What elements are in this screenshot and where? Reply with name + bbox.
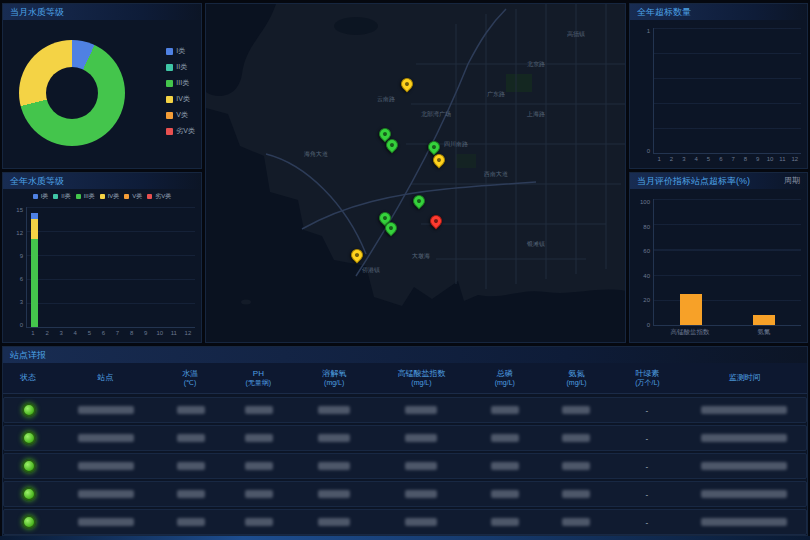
column-header-nh3n: 氨氮(mg/L) [541, 369, 613, 388]
x-tick: 12 [789, 154, 801, 164]
x-tick: 9 [752, 154, 764, 164]
legend-item[interactable]: III类 [166, 78, 195, 88]
x-tick: 6 [715, 154, 727, 164]
chart-column [654, 199, 728, 325]
redacted-value [245, 406, 273, 414]
period-selector[interactable]: 周期 [784, 173, 800, 189]
table-row[interactable]: - [3, 425, 807, 451]
legend-label: 劣V类 [176, 126, 195, 136]
legend-item[interactable]: IV类 [166, 94, 195, 104]
cell-nh3n [540, 434, 612, 442]
x-tick: 5 [702, 154, 714, 164]
panel-title-station-table: 站点详报 [10, 347, 46, 363]
redacted-value [562, 490, 590, 498]
cell-do [295, 434, 375, 442]
x-tick: 5 [82, 328, 96, 338]
annual-quality-plot [26, 207, 195, 328]
table-row[interactable]: - [3, 509, 807, 535]
redacted-value [245, 462, 273, 470]
annual-exceed-plot [653, 28, 801, 154]
cell-time [682, 406, 806, 414]
map[interactable]: 北部湾广场海角大道云南路北京路四川南路上海路广东路高德镇西南大道银滩镇大墩海侨港… [205, 3, 626, 343]
redacted-value [405, 518, 437, 526]
legend-item[interactable]: IV类 [100, 192, 120, 201]
y-tick: 15 [16, 207, 23, 213]
column-header-chl: 叶绿素(万个/L) [613, 369, 683, 388]
status-indicator [22, 487, 36, 501]
x-tick: 4 [68, 328, 82, 338]
x-tick: 12 [181, 328, 195, 338]
redacted-value [318, 434, 350, 442]
cell-ph [223, 434, 295, 442]
month-quality-legend: I类II类III类IV类V类劣V类 [166, 46, 195, 136]
status-indicator [22, 403, 36, 417]
annual-quality-xlabels: 123456789101112 [26, 328, 195, 338]
month-rate-chart: 100806040200 高锰酸盐指数氨氮 [636, 199, 801, 338]
redacted-value [245, 434, 273, 442]
redacted-value [491, 434, 519, 442]
legend-item[interactable]: 劣V类 [166, 126, 195, 136]
legend-swatch [166, 96, 173, 103]
cell-chl: - [612, 490, 682, 499]
month-rate-yaxis: 100806040200 [636, 199, 653, 338]
cell-station [54, 518, 158, 526]
cell-nh3n [540, 518, 612, 526]
status-indicator [22, 431, 36, 445]
chart-column [764, 28, 776, 153]
legend-item[interactable]: III类 [76, 192, 95, 201]
chart-column [181, 207, 195, 327]
legend-label: IV类 [176, 94, 190, 104]
legend-swatch [166, 80, 173, 87]
x-tick: 10 [153, 328, 167, 338]
cell-tp [469, 406, 541, 414]
legend-label: V类 [176, 110, 188, 120]
y-tick: 0 [20, 322, 23, 328]
chart-column [740, 28, 752, 153]
redacted-value [405, 406, 437, 414]
map-canvas [206, 4, 626, 343]
redacted-value [562, 462, 590, 470]
cell-do [295, 406, 375, 414]
y-tick: 12 [16, 230, 23, 236]
redacted-value [491, 518, 519, 526]
redacted-value [318, 462, 350, 470]
redacted-value [491, 406, 519, 414]
legend-item[interactable]: 劣V类 [147, 192, 171, 201]
legend-item[interactable]: II类 [166, 62, 195, 72]
legend-item[interactable]: I类 [166, 46, 195, 56]
legend-item[interactable]: I类 [33, 192, 49, 201]
legend-item[interactable]: II类 [53, 192, 70, 201]
table-row[interactable]: - [3, 397, 807, 423]
cell-temp [158, 434, 223, 442]
y-tick: 100 [640, 199, 650, 205]
redacted-value [405, 490, 437, 498]
month-rate-xlabels: 高锰酸盐指数氨氮 [653, 326, 801, 338]
x-tick: 3 [54, 328, 68, 338]
cell-tp [469, 434, 541, 442]
cell-station [54, 406, 158, 414]
table-row[interactable]: - [3, 481, 807, 507]
panel-title-annual-exceed: 全年超标数量 [637, 4, 691, 20]
chart-column [125, 207, 139, 327]
x-tick: 2 [665, 154, 677, 164]
cell-chl: - [612, 518, 682, 527]
month-quality-chart: I类II类III类IV类V类劣V类 [3, 20, 201, 168]
legend-swatch [166, 48, 173, 55]
legend-item[interactable]: V类 [166, 110, 195, 120]
x-tick: 6 [96, 328, 110, 338]
redacted-value [245, 490, 273, 498]
cell-temp [158, 490, 223, 498]
chart-column [97, 207, 111, 327]
legend-item[interactable]: V类 [124, 192, 142, 201]
redacted-value [318, 406, 350, 414]
y-tick: 0 [647, 322, 650, 328]
y-tick: 1 [647, 28, 650, 34]
y-tick: 3 [20, 299, 23, 305]
table-row[interactable]: - [3, 453, 807, 479]
legend-label: 劣V类 [155, 192, 171, 201]
redacted-value [701, 462, 787, 470]
column-header-do: 溶解氧(mg/L) [294, 369, 374, 388]
y-tick: 9 [20, 253, 23, 259]
annual-quality-yaxis: 15129630 [9, 207, 26, 338]
panel-month-rate: 当月评价指标站点超标率(%) 周期 100806040200 高锰酸盐指数氨氮 [629, 172, 808, 343]
